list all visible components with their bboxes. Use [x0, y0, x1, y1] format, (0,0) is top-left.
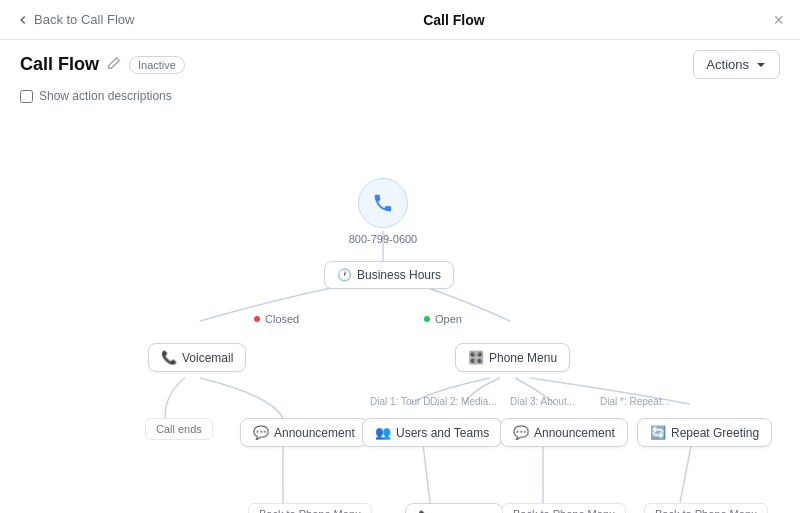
announcement-1-node[interactable]: 💬 Announcement — [240, 418, 368, 447]
actions-button[interactable]: Actions — [693, 50, 780, 79]
announcement-1-label: Announcement — [274, 426, 355, 440]
status-badge: Inactive — [129, 56, 185, 74]
phone-menu-node[interactable]: 🎛️ Phone Menu — [455, 343, 570, 372]
users-teams-node[interactable]: 👥 Users and Teams — [362, 418, 502, 447]
open-status: Open — [424, 313, 462, 325]
actions-label: Actions — [706, 57, 749, 72]
business-hours-node[interactable]: 🕐 Business Hours — [324, 261, 454, 289]
repeat-greeting-node[interactable]: 🔄 Repeat Greeting — [637, 418, 772, 447]
show-descriptions-checkbox[interactable] — [20, 90, 33, 103]
dial-3-label: Dial 3: About... — [510, 396, 575, 407]
users-teams-label: Users and Teams — [396, 426, 489, 440]
voicemail-2-node[interactable]: 📞 Voicemail — [405, 503, 503, 513]
repeat-greeting-icon: 🔄 — [650, 425, 666, 440]
repeat-greeting-label: Repeat Greeting — [671, 426, 759, 440]
dial-1-label: Dial 1: Tour D... — [370, 396, 439, 407]
voicemail-main-label: Voicemail — [182, 351, 233, 365]
call-ends-1-node: Call ends — [145, 418, 213, 440]
flow-canvas: 800-799-0600 🕐 Business Hours Closed Ope… — [0, 113, 800, 513]
back-phone-menu-1-node: Back to Phone Menu — [248, 503, 372, 513]
closed-status: Closed — [254, 313, 299, 325]
announcement-2-icon: 💬 — [513, 425, 529, 440]
header-title: Call Flow — [423, 12, 484, 28]
business-hours-label: Business Hours — [357, 268, 441, 282]
announcement-2-label: Announcement — [534, 426, 615, 440]
voicemail-icon: 📞 — [161, 350, 177, 365]
phone-menu-icon: 🎛️ — [468, 350, 484, 365]
back-label: Back to Call Flow — [34, 12, 134, 27]
dial-2-label: Dial 2: Media... — [430, 396, 497, 407]
closed-dot — [254, 316, 260, 322]
back-button[interactable]: Back to Call Flow — [16, 12, 134, 27]
announcement-2-node[interactable]: 💬 Announcement — [500, 418, 628, 447]
phone-node[interactable] — [358, 178, 408, 228]
voicemail-main-node[interactable]: 📞 Voicemail — [148, 343, 246, 372]
users-teams-icon: 👥 — [375, 425, 391, 440]
page-title: Call Flow — [20, 54, 99, 75]
clock-icon: 🕐 — [337, 268, 352, 282]
phone-number: 800-799-0600 — [338, 233, 428, 245]
flow-lines — [0, 113, 800, 513]
announcement-1-icon: 💬 — [253, 425, 269, 440]
back-phone-menu-2-node: Back to Phone Menu — [502, 503, 626, 513]
edit-icon[interactable] — [107, 56, 121, 74]
phone-menu-label: Phone Menu — [489, 351, 557, 365]
back-phone-menu-3-node: Back to Phone Menu — [644, 503, 768, 513]
close-button[interactable]: × — [773, 11, 784, 29]
dial-star-label: Dial *: Repeat... — [600, 396, 670, 407]
open-dot — [424, 316, 430, 322]
show-descriptions-label: Show action descriptions — [39, 89, 172, 103]
